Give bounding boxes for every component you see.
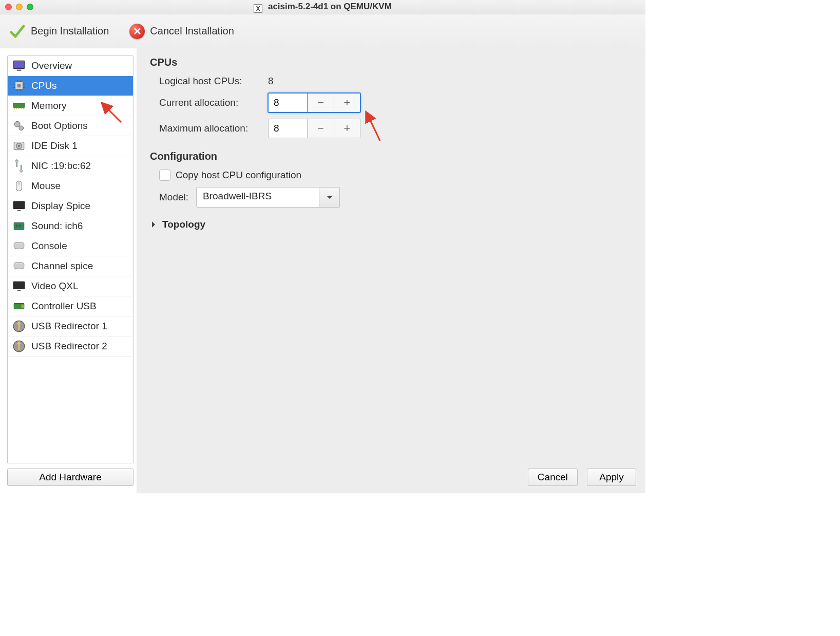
copy-host-cpu-label: Copy host CPU configuration <box>176 170 301 181</box>
logical-host-cpus-label: Logical host CPUs: <box>150 76 268 87</box>
current-allocation-input[interactable] <box>268 93 307 113</box>
sidebar-item-label: NIC :19:bc:62 <box>31 160 91 172</box>
current-allocation-label: Current allocation: <box>150 97 268 108</box>
maximum-allocation-row: Maximum allocation: − + <box>150 119 636 138</box>
cancel-installation-button[interactable]: Cancel Installation <box>129 24 234 39</box>
sidebar-item-label: USB Redirector 2 <box>31 341 107 352</box>
cancel-icon <box>129 24 145 39</box>
sidebar-item-video-qxl[interactable]: Video QXL <box>8 276 133 296</box>
sidebar-item-label: Controller USB <box>31 301 97 312</box>
current-allocation-increment-button[interactable]: + <box>334 93 360 113</box>
check-icon <box>9 23 26 40</box>
sidebar-item-label: IDE Disk 1 <box>31 140 78 152</box>
copy-host-cpu-checkbox[interactable] <box>159 170 170 181</box>
vm-window: X acisim-5.2-4d1 on QEMU/KVM Begin Insta… <box>0 0 645 493</box>
topology-expander[interactable]: Topology <box>150 219 636 230</box>
body-split: OverviewCPUsMemoryBoot OptionsIDE Disk 1… <box>0 48 645 493</box>
sidebar-item-channel-spice[interactable]: Channel spice <box>8 256 133 276</box>
minimize-window-button[interactable] <box>16 4 23 10</box>
sidebar-item-overview[interactable]: Overview <box>8 56 133 76</box>
cpus-heading: CPUs <box>150 57 636 68</box>
add-hardware-button[interactable]: Add Hardware <box>7 469 133 486</box>
hardware-sidebar[interactable]: OverviewCPUsMemoryBoot OptionsIDE Disk 1… <box>7 55 133 463</box>
begin-installation-button[interactable]: Begin Installation <box>9 23 109 40</box>
cancel-installation-label: Cancel Installation <box>150 25 234 37</box>
page-remainder <box>0 493 840 636</box>
apply-button[interactable]: Apply <box>587 469 636 486</box>
gears-icon <box>12 119 26 133</box>
cpu-model-select[interactable]: Broadwell-IBRS <box>196 187 340 208</box>
sidebar-item-mouse[interactable]: Mouse <box>8 176 133 196</box>
sidebar-item-boot-options[interactable]: Boot Options <box>8 116 133 136</box>
configuration-heading: Configuration <box>150 151 636 162</box>
monitor-icon <box>12 59 26 73</box>
cancel-button[interactable]: Cancel <box>528 469 578 486</box>
cpu-model-row: Model: Broadwell-IBRS <box>150 187 636 208</box>
sidebar-column: OverviewCPUsMemoryBoot OptionsIDE Disk 1… <box>0 48 137 493</box>
traffic-lights <box>5 4 33 10</box>
cancel-label: Cancel <box>538 472 568 483</box>
cpu-model-label: Model: <box>150 192 196 203</box>
console-icon <box>12 259 26 273</box>
sidebar-item-label: Sound: ich6 <box>31 220 83 232</box>
sidebar-item-label: Memory <box>31 100 67 111</box>
sidebar-item-memory[interactable]: Memory <box>8 96 133 116</box>
console-icon <box>12 239 26 253</box>
topology-heading: Topology <box>162 219 205 230</box>
x11-app-icon: X <box>254 4 262 13</box>
current-allocation-row: Current allocation: − + <box>150 93 636 113</box>
mouse-icon <box>12 179 26 193</box>
usb-round-icon <box>12 319 26 333</box>
copy-host-cpu-row: Copy host CPU configuration <box>150 170 636 181</box>
window-title-wrap: X acisim-5.2-4d1 on QEMU/KVM <box>0 2 645 13</box>
apply-label: Apply <box>599 472 624 483</box>
sound-icon <box>12 219 26 233</box>
sidebar-item-display-spice[interactable]: Display Spice <box>8 196 133 216</box>
maximum-allocation-input[interactable] <box>268 119 307 138</box>
window-title: acisim-5.2-4d1 on QEMU/KVM <box>268 2 392 11</box>
sidebar-item-label: Video QXL <box>31 280 79 292</box>
display-icon <box>12 199 26 213</box>
sidebar-item-label: Display Spice <box>31 200 90 212</box>
sidebar-item-usb-redirector-1[interactable]: USB Redirector 1 <box>8 316 133 336</box>
cpu-icon <box>12 79 26 93</box>
sidebar-item-label: Mouse <box>31 180 61 192</box>
add-hardware-label: Add Hardware <box>39 472 101 483</box>
sidebar-item-nic-19-bc-62[interactable]: NIC :19:bc:62 <box>8 156 133 176</box>
cpu-model-value: Broadwell-IBRS <box>196 187 319 208</box>
sidebar-item-label: CPUs <box>31 80 57 91</box>
sidebar-item-label: Boot Options <box>31 120 88 132</box>
usb-icon <box>12 299 26 313</box>
sidebar-item-console[interactable]: Console <box>8 236 133 256</box>
logical-host-cpus-value: 8 <box>268 76 274 87</box>
maximum-allocation-stepper[interactable]: − + <box>268 119 360 138</box>
ram-icon <box>12 99 26 113</box>
sidebar-item-ide-disk-1[interactable]: IDE Disk 1 <box>8 136 133 156</box>
maximum-allocation-increment-button[interactable]: + <box>334 119 360 138</box>
logical-host-cpus-row: Logical host CPUs: 8 <box>150 76 636 87</box>
cpu-settings-panel: CPUs Logical host CPUs: 8 Current alloca… <box>137 48 645 493</box>
install-toolbar: Begin Installation Cancel Installation <box>0 14 645 48</box>
maximum-allocation-label: Maximum allocation: <box>150 123 268 134</box>
usb-round-icon <box>12 339 26 353</box>
sidebar-item-label: Console <box>31 240 67 252</box>
sidebar-item-usb-redirector-2[interactable]: USB Redirector 2 <box>8 336 133 357</box>
sidebar-item-controller-usb[interactable]: Controller USB <box>8 296 133 316</box>
sidebar-item-cpus[interactable]: CPUs <box>8 76 133 96</box>
display-icon <box>12 279 26 293</box>
dialog-footer: Cancel Apply <box>528 469 636 486</box>
current-allocation-stepper[interactable]: − + <box>268 93 360 113</box>
titlebar[interactable]: X acisim-5.2-4d1 on QEMU/KVM <box>0 0 645 14</box>
triangle-right-icon <box>152 221 158 228</box>
sidebar-item-label: Overview <box>31 60 72 71</box>
current-allocation-decrement-button[interactable]: − <box>307 93 334 113</box>
chevron-down-icon[interactable] <box>319 187 340 208</box>
close-window-button[interactable] <box>5 4 12 10</box>
begin-installation-label: Begin Installation <box>31 25 109 37</box>
zoom-window-button[interactable] <box>27 4 33 10</box>
sidebar-item-sound-ich6[interactable]: Sound: ich6 <box>8 216 133 236</box>
nic-icon <box>12 159 26 173</box>
disk-icon <box>12 139 26 153</box>
maximum-allocation-decrement-button[interactable]: − <box>307 119 334 138</box>
sidebar-item-label: USB Redirector 1 <box>31 321 107 332</box>
